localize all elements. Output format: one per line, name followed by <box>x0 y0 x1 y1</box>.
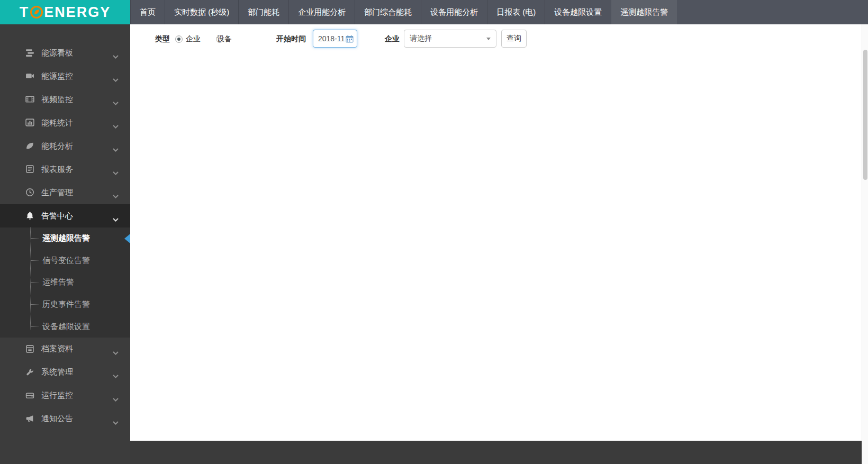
sidebar-item-1[interactable]: 能源看板 <box>0 41 130 65</box>
chevron-down-icon <box>113 394 119 403</box>
active-submenu-marker-icon <box>124 234 130 243</box>
chevron-down-icon <box>113 348 119 357</box>
sidebar-subitem-5[interactable]: 设备越限设置 <box>0 315 130 338</box>
chevron-down-icon <box>113 144 119 153</box>
sidebar-subitem-1[interactable]: 遥测越限告警 <box>0 228 130 250</box>
sidebar-item-label: 系统管理 <box>41 367 73 377</box>
calendar-icon[interactable] <box>346 35 354 43</box>
radio-device-label[interactable]: 设备 <box>217 34 232 44</box>
radio-company[interactable] <box>175 35 183 43</box>
radio-company-label[interactable]: 企业 <box>186 34 201 44</box>
sidebar-item-label: 生产管理 <box>41 188 73 198</box>
archive-icon <box>25 344 35 354</box>
sidebar-subitem-label: 信号变位告警 <box>42 256 90 266</box>
start-time-label: 开始时间 <box>276 34 306 44</box>
company-select-value: 请选择 <box>410 34 486 43</box>
logo-text-prefix: T <box>20 4 30 21</box>
sidebar-subitem-label: 运维告警 <box>42 277 74 287</box>
logo-text-suffix: ENERGY <box>44 4 111 21</box>
sidebar-item-label: 能源监控 <box>41 71 73 81</box>
nav-item-1[interactable]: 首页 <box>130 0 165 24</box>
sidebar-item-9[interactable]: 档案资料 <box>0 338 130 361</box>
wrench-icon <box>25 368 35 377</box>
chevron-down-icon <box>113 168 119 177</box>
sidebar-item-6[interactable]: 报表服务 <box>0 158 130 181</box>
sidebar-item-10[interactable]: 系统管理 <box>0 361 130 384</box>
scrollbar-track[interactable] <box>862 24 868 464</box>
start-time-input[interactable]: 2018-11 <box>313 30 357 48</box>
sidebar-item-label: 运行监控 <box>41 390 73 401</box>
leaf-at-icon <box>30 5 43 19</box>
clock-icon <box>25 188 35 197</box>
sidebar-item-label: 视频监控 <box>41 95 73 105</box>
nav-item-8[interactable]: 设备越限设置 <box>545 0 611 24</box>
sidebar-item-label: 能耗分析 <box>41 141 73 151</box>
drive-icon <box>25 391 35 401</box>
nav-item-7[interactable]: 日报表 (电) <box>487 0 545 24</box>
sidebar-subitem-label: 遥测越限告警 <box>42 233 90 243</box>
app-root: { "topbar": { "logo": { "prefix": "T", "… <box>0 0 868 464</box>
sidebar-subitem-2[interactable]: 信号变位告警 <box>0 250 130 272</box>
company-label: 企业 <box>385 34 400 44</box>
start-time-value: 2018-11 <box>318 34 346 43</box>
type-label: 类型 <box>155 34 170 44</box>
sidebar-item-8[interactable]: 告警中心 <box>0 204 130 228</box>
sidebar-item-4[interactable]: 能耗统计 <box>0 111 130 134</box>
sidebar-item-label: 档案资料 <box>41 344 73 354</box>
camera-icon <box>25 71 35 81</box>
sidebar-item-label: 通知公告 <box>41 414 73 424</box>
sidebar-subitem-3[interactable]: 运维告警 <box>0 271 130 294</box>
query-button[interactable]: 查询 <box>501 30 527 48</box>
nav-item-4[interactable]: 企业用能分析 <box>288 0 355 24</box>
chevron-down-icon <box>113 191 119 200</box>
chevron-down-icon <box>113 371 119 380</box>
sidebar-submenu: 遥测越限告警信号变位告警运维告警历史事件告警设备越限设置 <box>0 228 130 338</box>
nav-item-3[interactable]: 部门能耗 <box>238 0 288 24</box>
sidebar-item-label: 报表服务 <box>41 165 73 175</box>
sidebar-item-5[interactable]: 能耗分析 <box>0 134 130 158</box>
chevron-down-icon <box>113 417 119 426</box>
film-icon <box>25 95 35 104</box>
nav-item-2[interactable]: 实时数据 (秒级) <box>165 0 238 24</box>
dashboard-icon <box>25 48 35 58</box>
nav-item-5[interactable]: 部门综合能耗 <box>355 0 421 24</box>
sidebar-item-3[interactable]: 视频监控 <box>0 88 130 111</box>
select-caret-icon <box>486 38 491 40</box>
chevron-down-icon <box>113 214 119 223</box>
sidebar-item-2[interactable]: 能源监控 <box>0 65 130 88</box>
sidebar: 能源看板能源监控视频监控能耗统计能耗分析报表服务生产管理告警中心遥测越限告警信号… <box>0 24 130 464</box>
topbar: T ENERGY 首页实时数据 (秒级)部门能耗企业用能分析部门综合能耗设备用能… <box>0 0 868 24</box>
sidebar-item-label: 能耗统计 <box>41 118 73 128</box>
leaf-icon <box>25 141 35 151</box>
megaphone-icon <box>25 414 35 424</box>
sidebar-item-label: 告警中心 <box>41 211 73 221</box>
sidebar-item-7[interactable]: 生产管理 <box>0 181 130 204</box>
bell-icon <box>25 211 35 221</box>
nav-item-9[interactable]: 遥测越限告警 <box>611 0 677 24</box>
scrollbar-thumb[interactable] <box>863 50 867 180</box>
sidebar-subitem-label: 设备越限设置 <box>42 322 90 332</box>
chevron-down-icon <box>113 75 119 84</box>
sidebar-subitem-label: 历史事件告警 <box>42 299 90 310</box>
chevron-down-icon <box>113 51 119 60</box>
sidebar-subitem-4[interactable]: 历史事件告警 <box>0 294 130 316</box>
top-nav: 首页实时数据 (秒级)部门能耗企业用能分析部门综合能耗设备用能分析日报表 (电)… <box>130 0 677 24</box>
bar-chart-icon <box>25 118 35 128</box>
sidebar-item-11[interactable]: 运行监控 <box>0 384 130 407</box>
chevron-down-icon <box>113 98 119 107</box>
sidebar-item-12[interactable]: 通知公告 <box>0 407 130 431</box>
report-icon <box>25 165 35 174</box>
chevron-down-icon <box>113 121 119 130</box>
company-select[interactable]: 请选择 <box>404 30 496 48</box>
sidebar-item-label: 能源看板 <box>41 48 73 58</box>
nav-item-6[interactable]: 设备用能分析 <box>421 0 487 24</box>
content-sheet <box>130 24 868 441</box>
app-logo: T ENERGY <box>0 0 130 24</box>
